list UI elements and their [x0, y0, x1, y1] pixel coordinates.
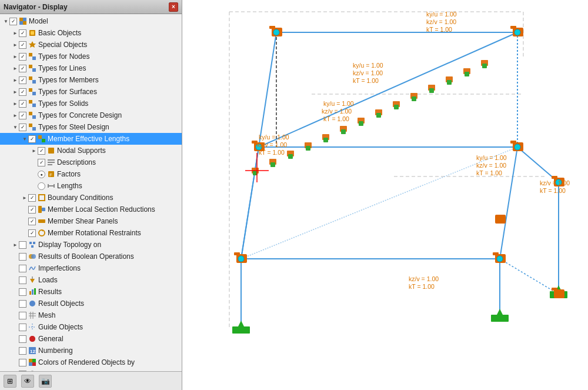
- expand-arrow-mesh[interactable]: [12, 312, 19, 319]
- expand-arrow-results-boolean[interactable]: [12, 253, 19, 260]
- svg-line-70: [259, 32, 276, 147]
- checkbox-member-local[interactable]: [28, 206, 36, 214]
- tree-item-loads[interactable]: Loads: [0, 274, 182, 286]
- expand-arrow-lengths[interactable]: [31, 182, 38, 189]
- checkbox-imperfections[interactable]: [19, 265, 26, 272]
- tree-item-boundary-conditions[interactable]: Boundary Conditions: [0, 192, 182, 204]
- tree-item-imperfections[interactable]: Imperfections: [0, 262, 182, 274]
- expand-arrow-loads[interactable]: [12, 276, 19, 284]
- checkbox-nodal-supports[interactable]: [38, 147, 45, 155]
- tree-item-member-shear[interactable]: Member Shear Panels: [0, 215, 182, 227]
- expand-arrow-colors-rendered[interactable]: [12, 359, 19, 366]
- tree-item-guide-objects[interactable]: Guide Objects: [0, 321, 182, 333]
- expand-arrow-member-rotational[interactable]: [21, 229, 28, 236]
- expand-arrow-types-steel[interactable]: [12, 124, 19, 131]
- tree-item-basic-objects[interactable]: Basic Objects: [0, 27, 182, 39]
- expand-arrow-general[interactable]: [12, 335, 19, 342]
- checkbox-types-lines[interactable]: [19, 65, 26, 72]
- checkbox-types-solids[interactable]: [19, 100, 26, 108]
- tree-item-member-local[interactable]: Member Local Section Reductions: [0, 204, 182, 215]
- expand-arrow-numbering[interactable]: [12, 347, 19, 354]
- viewport[interactable]: ky/u = 1.00 kz/v = 1.00 kT = 1.00 ky/u =…: [182, 0, 588, 390]
- tree-item-factors[interactable]: FFactors: [0, 168, 182, 180]
- tree-item-types-nodes[interactable]: Types for Nodes: [0, 51, 182, 62]
- tree-item-types-lines[interactable]: Types for Lines: [0, 62, 182, 74]
- expand-arrow-result-objects[interactable]: [12, 300, 19, 307]
- expand-arrow-types-members[interactable]: [12, 76, 19, 84]
- checkbox-lengths[interactable]: [38, 182, 45, 190]
- expand-arrow-types-surfaces[interactable]: [12, 88, 19, 95]
- tree-item-results[interactable]: Results: [0, 286, 182, 298]
- tree-item-special-objects[interactable]: Special Objects: [0, 39, 182, 51]
- tree-item-mesh[interactable]: Mesh: [0, 309, 182, 321]
- tree-item-model[interactable]: Model: [0, 15, 182, 27]
- checkbox-member-eff-lengths[interactable]: [28, 135, 36, 143]
- tree-item-descriptions[interactable]: Descriptions: [0, 156, 182, 168]
- checkbox-types-concrete[interactable]: [19, 112, 26, 119]
- expand-arrow-member-local[interactable]: [21, 206, 28, 213]
- expand-arrow-boundary-conditions[interactable]: [21, 194, 28, 201]
- checkbox-descriptions[interactable]: [38, 159, 45, 166]
- checkbox-guide-objects[interactable]: [19, 324, 26, 331]
- checkbox-numbering[interactable]: [19, 347, 26, 355]
- svg-text:kT = 1.00: kT = 1.00: [426, 26, 452, 33]
- tree-item-lengths[interactable]: Lengths: [0, 180, 182, 192]
- expand-arrow-descriptions[interactable]: [31, 159, 38, 166]
- checkbox-display-topology[interactable]: [19, 241, 26, 249]
- tree-item-display-topology[interactable]: Display Topology on: [0, 239, 182, 251]
- checkbox-results-boolean[interactable]: [19, 253, 26, 261]
- checkbox-types-surfaces[interactable]: [19, 88, 26, 96]
- expand-arrow-types-nodes[interactable]: [12, 53, 19, 60]
- tree-item-numbering[interactable]: 123Numbering: [0, 345, 182, 356]
- checkbox-loads[interactable]: [19, 276, 26, 284]
- close-button[interactable]: ×: [169, 2, 178, 12]
- expand-arrow-guide-objects[interactable]: [12, 324, 19, 331]
- expand-arrow-types-lines[interactable]: [12, 65, 19, 72]
- checkbox-model[interactable]: [9, 18, 17, 25]
- expand-arrow-special-objects[interactable]: [12, 41, 19, 48]
- expand-arrow-member-shear[interactable]: [21, 218, 28, 225]
- expand-arrow-nodal-supports[interactable]: [31, 147, 38, 154]
- tree-item-general[interactable]: General: [0, 333, 182, 345]
- checkbox-member-rotational[interactable]: [28, 229, 36, 237]
- display-icon[interactable]: ⊞: [4, 375, 16, 388]
- checkbox-member-shear[interactable]: [28, 218, 36, 225]
- expand-arrow-model[interactable]: [2, 18, 9, 25]
- tree-item-member-rotational[interactable]: Member Rotational Restraints: [0, 227, 182, 239]
- checkbox-result-objects[interactable]: [19, 300, 26, 308]
- svg-point-139: [514, 144, 520, 150]
- checkbox-general[interactable]: [19, 335, 26, 343]
- checkbox-types-steel[interactable]: [19, 124, 26, 131]
- tree-item-results-boolean[interactable]: Results of Boolean Operations: [0, 251, 182, 262]
- expand-arrow-imperfections[interactable]: [12, 265, 19, 272]
- checkbox-results[interactable]: [19, 288, 26, 296]
- checkbox-boundary-conditions[interactable]: [28, 194, 36, 202]
- expand-arrow-basic-objects[interactable]: [12, 29, 19, 36]
- camera-icon[interactable]: 📷: [39, 375, 52, 388]
- tree-item-types-solids[interactable]: Types for Solids: [0, 98, 182, 109]
- tree-item-types-steel[interactable]: Types for Steel Design: [0, 121, 182, 133]
- expand-arrow-factors[interactable]: [31, 171, 38, 178]
- expand-arrow-types-solids[interactable]: [12, 100, 19, 107]
- checkbox-basic-objects[interactable]: [19, 29, 26, 37]
- tree-item-nodal-supports[interactable]: Nodal Supports: [0, 145, 182, 156]
- expand-arrow-results[interactable]: [12, 288, 19, 295]
- tree-item-colors-rendered[interactable]: Colors of Rendered Objects by: [0, 356, 182, 368]
- expand-arrow-display-topology[interactable]: [12, 241, 19, 248]
- checkbox-factors[interactable]: [38, 171, 45, 178]
- svg-point-36: [39, 230, 45, 236]
- checkbox-types-members[interactable]: [19, 76, 26, 84]
- tree-item-member-eff-lengths[interactable]: Member Effective Lengths: [0, 133, 182, 145]
- checkbox-colors-rendered[interactable]: [19, 359, 26, 366]
- expand-arrow-member-eff-lengths[interactable]: [21, 135, 28, 142]
- tree-item-types-concrete[interactable]: Types for Concrete Design: [0, 109, 182, 121]
- checkbox-mesh[interactable]: [19, 312, 26, 319]
- tree-item-types-members[interactable]: Types for Members: [0, 74, 182, 86]
- svg-point-141: [497, 256, 503, 262]
- visibility-icon[interactable]: 👁: [21, 375, 34, 388]
- checkbox-special-objects[interactable]: [19, 41, 26, 49]
- checkbox-types-nodes[interactable]: [19, 53, 26, 61]
- tree-item-result-objects[interactable]: Result Objects: [0, 298, 182, 309]
- expand-arrow-types-concrete[interactable]: [12, 112, 19, 119]
- tree-item-types-surfaces[interactable]: Types for Surfaces: [0, 86, 182, 98]
